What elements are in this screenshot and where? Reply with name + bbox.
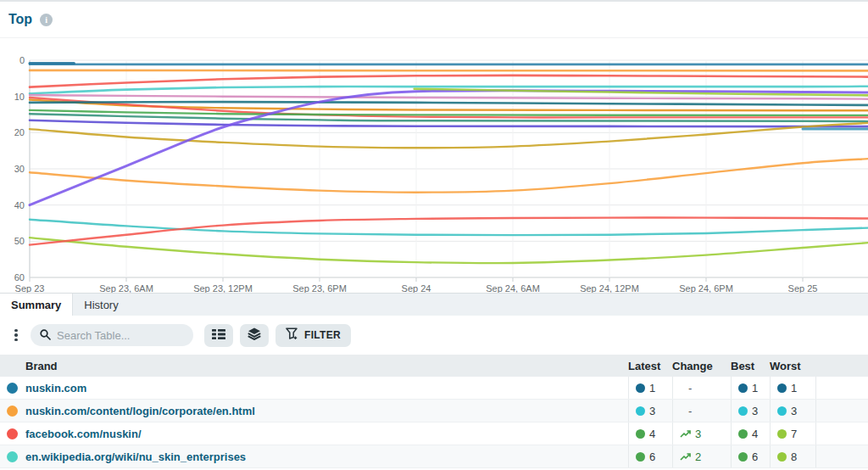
table-row[interactable]: en.wikipedia.org/wiki/nu_skin_enterprise…	[0, 445, 868, 468]
col-best[interactable]: Best	[731, 355, 770, 377]
chart-svg: 0102030405060Sep 23Sep 23, 6AMSep 23, 12…	[0, 38, 868, 293]
chart-line[interactable]	[30, 76, 868, 87]
search-box	[31, 324, 193, 346]
latest-cell: 1	[628, 377, 672, 399]
change-value: -	[680, 382, 692, 394]
svg-text:Sep 24, 12PM: Sep 24, 12PM	[580, 283, 639, 293]
brand-link[interactable]: nuskin.com	[25, 382, 86, 394]
latest-cell: 4	[628, 422, 672, 445]
rank-value: 8	[791, 450, 797, 463]
series-color-dot	[7, 451, 18, 462]
svg-text:Sep 23, 6PM: Sep 23, 6PM	[292, 283, 347, 293]
summary-table: Brand Latest Change Best Worst nuskin.co…	[0, 355, 868, 468]
spacer-cell	[815, 400, 868, 422]
table-row[interactable]: nuskin.com 1 - 1 1	[0, 377, 868, 400]
series-color-dot	[7, 383, 18, 394]
filter-funnel-icon	[286, 327, 299, 343]
rank-value: 6	[752, 450, 758, 463]
rank-dot	[636, 452, 645, 462]
rank-value: 3	[649, 405, 655, 417]
row-color-cell	[0, 400, 25, 422]
svg-text:30: 30	[14, 164, 25, 174]
filter-button[interactable]: FILTER	[275, 324, 351, 347]
rank-tracker-panel: Top i 0102030405060Sep 23Sep 23, 6AMSep …	[0, 0, 868, 470]
search-input[interactable]	[31, 324, 193, 346]
tab-bar: Summary History	[0, 293, 868, 316]
layers-button[interactable]	[240, 324, 269, 347]
change-cell: -	[672, 400, 731, 422]
brand-link[interactable]: en.wikipedia.org/wiki/nu_skin_enterprise…	[25, 450, 246, 463]
svg-text:Sep 24, 6PM: Sep 24, 6PM	[679, 283, 733, 293]
series-color-dot	[7, 428, 18, 439]
table-body: nuskin.com 1 - 1 1 nuskin.com/content/lo…	[0, 377, 868, 468]
row-color-cell	[0, 377, 25, 399]
col-latest[interactable]: Latest	[628, 355, 672, 377]
svg-text:10: 10	[14, 92, 25, 102]
trending-up-icon	[680, 452, 692, 462]
page-title: Top	[8, 12, 32, 27]
rank-dot	[738, 429, 748, 439]
rank-dot	[636, 406, 645, 416]
column-visibility-button[interactable]	[204, 324, 233, 347]
layers-icon	[248, 327, 261, 343]
table-row[interactable]: nuskin.com/content/login/corporate/en.ht…	[0, 400, 868, 422]
change-value: 3	[695, 428, 701, 440]
brand-link[interactable]: facebook.com/nuskin/	[25, 428, 142, 440]
rank-value: 4	[752, 428, 758, 440]
info-icon[interactable]: i	[40, 14, 53, 26]
chart-line[interactable]	[30, 95, 868, 99]
tab-history[interactable]: History	[73, 294, 129, 316]
latest-cell: 3	[628, 400, 672, 422]
table-toolbar: FILTER	[0, 316, 868, 355]
svg-text:Sep 24, 6AM: Sep 24, 6AM	[486, 283, 540, 293]
columns-icon	[212, 329, 225, 342]
search-icon	[39, 328, 52, 344]
rank-dot	[738, 406, 748, 416]
svg-text:40: 40	[14, 200, 25, 210]
rank-dot	[738, 452, 748, 462]
row-color-cell	[0, 422, 25, 445]
rank-value: 1	[791, 382, 797, 394]
rank-history-chart: 0102030405060Sep 23Sep 23, 6AMSep 23, 12…	[0, 38, 868, 293]
svg-text:Sep 23, 12PM: Sep 23, 12PM	[193, 283, 253, 293]
chart-line[interactable]	[30, 159, 868, 193]
rank-dot	[636, 429, 645, 439]
svg-text:Sep 23, 6AM: Sep 23, 6AM	[99, 283, 153, 293]
tab-summary[interactable]: Summary	[0, 294, 73, 316]
col-change[interactable]: Change	[672, 355, 731, 377]
table-header: Brand Latest Change Best Worst	[0, 355, 868, 377]
rank-dot	[777, 406, 787, 416]
rank-value: 4	[649, 428, 655, 440]
change-value: -	[680, 405, 692, 417]
rank-value: 3	[791, 405, 797, 417]
svg-text:0: 0	[19, 55, 25, 65]
latest-cell: 6	[628, 445, 672, 467]
svg-text:Sep 23: Sep 23	[15, 283, 45, 293]
chart-line[interactable]	[30, 70, 868, 71]
chart-line[interactable]	[30, 220, 868, 235]
table-row[interactable]: facebook.com/nuskin/ 4 3 4 7	[0, 422, 868, 445]
brand-link[interactable]: nuskin.com/content/login/corporate/en.ht…	[25, 405, 255, 417]
svg-text:20: 20	[14, 127, 25, 137]
chart-line[interactable]	[30, 102, 868, 105]
trending-up-icon	[680, 429, 692, 439]
rank-value: 1	[752, 382, 758, 394]
col-worst[interactable]: Worst	[770, 355, 815, 377]
rank-dot	[777, 429, 787, 439]
more-options-menu[interactable]	[10, 324, 22, 346]
col-brand[interactable]: Brand	[25, 355, 628, 377]
change-cell: -	[672, 377, 731, 399]
rank-value: 3	[752, 405, 758, 417]
svg-text:50: 50	[14, 236, 25, 246]
spacer-cell	[815, 377, 868, 399]
rank-dot	[777, 383, 787, 393]
svg-text:Sep 25: Sep 25	[788, 283, 818, 293]
change-value: 2	[695, 450, 701, 463]
rank-dot	[636, 383, 645, 393]
col-spacer	[815, 355, 868, 377]
row-color-cell	[0, 445, 25, 467]
change-cell: 2	[672, 445, 731, 467]
rank-value: 7	[791, 428, 797, 440]
rank-value: 6	[649, 450, 655, 463]
change-cell: 3	[672, 422, 731, 445]
